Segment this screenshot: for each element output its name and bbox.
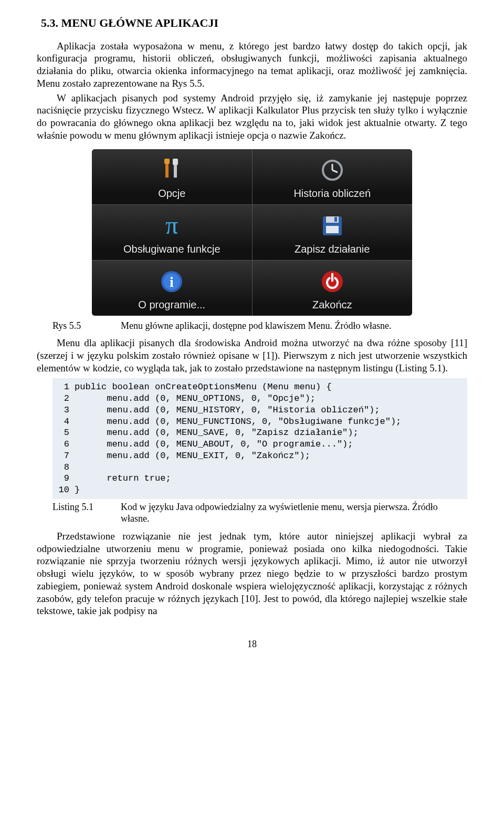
listing-caption-label: Listing 5.1: [52, 501, 121, 525]
menu-item-historia[interactable]: Historia obliczeń: [253, 149, 413, 204]
save-icon: [317, 210, 348, 242]
svg-rect-3: [173, 159, 178, 165]
history-icon: [317, 154, 348, 186]
tools-icon: [156, 154, 187, 186]
figure-caption: Rys 5.5 Menu główne aplikacji, dostępne …: [52, 320, 467, 332]
paragraph-1: Aplikacja została wyposażona w menu, z k…: [37, 40, 467, 90]
menu-item-zakoncz[interactable]: Zakończ: [253, 261, 413, 316]
svg-rect-11: [326, 226, 339, 233]
menu-row-2: π Obsługiwane funkcje Zapisz działanie: [92, 205, 412, 261]
svg-text:i: i: [170, 274, 174, 290]
android-menu-screenshot: Opcje Historia obliczeń π Obsługiwane fu…: [92, 149, 412, 316]
paragraph-2: W aplikacjach pisanych pod systemy Andro…: [37, 92, 467, 142]
power-icon: [317, 266, 348, 297]
listing-caption: Listing 5.1 Kod w języku Java odpowiedzi…: [52, 501, 467, 525]
code-listing: 1public boolean onCreateOptionsMenu (Men…: [52, 378, 467, 499]
paragraph-3: Menu dla aplikacji pisanych dla środowis…: [37, 337, 467, 374]
menu-label-oprogramie: O programie...: [138, 298, 205, 312]
info-icon: i: [156, 266, 187, 297]
svg-rect-1: [164, 159, 170, 164]
menu-item-funkcje[interactable]: π Obsługiwane funkcje: [92, 205, 253, 260]
menu-label-zapisz: Zapisz działanie: [295, 243, 370, 256]
svg-rect-10: [334, 217, 337, 222]
paragraph-4: Przedstawione rozwiązanie nie jest jedna…: [37, 530, 467, 617]
svg-line-6: [332, 170, 338, 172]
menu-row-3: i O programie... Zakończ: [92, 261, 412, 316]
section-heading: 5.3. MENU GŁÓWNE APLIKACJI: [41, 16, 467, 30]
menu-item-opcje[interactable]: Opcje: [92, 149, 253, 204]
menu-item-oprogramie[interactable]: i O programie...: [92, 261, 253, 316]
menu-label-historia: Historia obliczeń: [293, 187, 371, 200]
menu-label-zakoncz: Zakończ: [312, 298, 352, 312]
listing-caption-text: Kod w języku Java odpowiedzialny za wyśw…: [121, 501, 467, 525]
menu-label-opcje: Opcje: [158, 187, 185, 200]
menu-label-funkcje: Obsługiwane funkcje: [123, 243, 220, 256]
pi-icon: π: [156, 210, 187, 242]
menu-row-1: Opcje Historia obliczeń: [92, 149, 412, 205]
menu-item-zapisz[interactable]: Zapisz działanie: [253, 205, 413, 260]
figure-caption-label: Rys 5.5: [52, 320, 121, 332]
page-number: 18: [37, 638, 467, 650]
svg-text:π: π: [165, 211, 178, 239]
figure-caption-text: Menu główne aplikacji, dostępne pod klaw…: [121, 320, 467, 332]
svg-rect-19: [331, 273, 333, 281]
